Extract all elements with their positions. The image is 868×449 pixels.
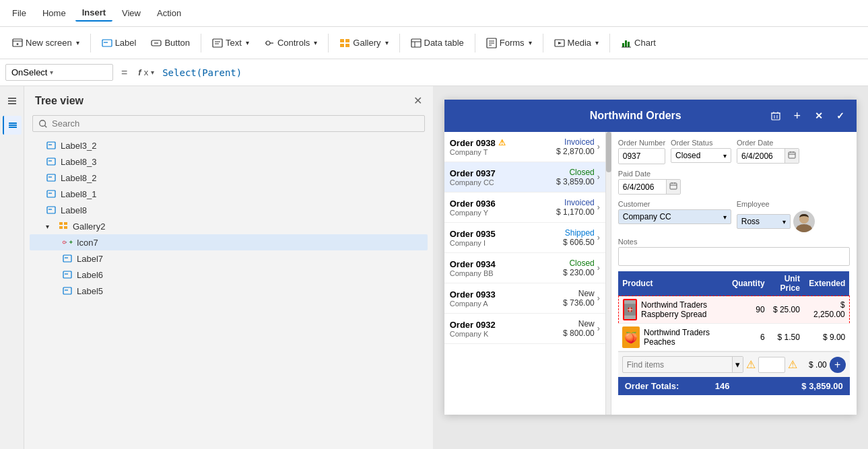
search-input[interactable] xyxy=(52,118,419,129)
order-date-field: Order Date xyxy=(737,139,799,164)
order-chevron: › xyxy=(597,293,600,303)
layers-icon[interactable] xyxy=(3,116,22,135)
new-screen-button[interactable]: New screen ▾ xyxy=(5,35,86,51)
canvas: Northwind Orders + ✕ ✓ xyxy=(433,86,869,449)
tree-panel: Tree view ✕ Label3_2 Label8_3 xyxy=(24,86,433,449)
qty-input[interactable] xyxy=(758,357,785,373)
label-type-icon xyxy=(46,188,57,199)
scrollbar-thumb[interactable] xyxy=(606,132,611,172)
menu-action[interactable]: Action xyxy=(150,5,188,21)
close-button[interactable]: ✕ xyxy=(809,106,828,125)
data-table-icon xyxy=(411,38,422,48)
order-list: Order 0938 ⚠ Company T Invoiced $ 2,870.… xyxy=(444,132,606,415)
hamburger-menu-icon[interactable] xyxy=(3,92,22,110)
property-dropdown[interactable]: OnSelect ▾ xyxy=(5,64,113,81)
toolbar-sep-7 xyxy=(609,34,610,53)
media-button[interactable]: Media ▾ xyxy=(547,35,605,51)
order-status-select[interactable]: Closed ▾ xyxy=(671,148,731,163)
tree-item-label5[interactable]: Label5 xyxy=(30,283,428,299)
tree-item-label6[interactable]: Label6 xyxy=(30,267,428,283)
menu-file[interactable]: File xyxy=(5,5,33,21)
employee-avatar xyxy=(793,211,815,232)
menu-insert[interactable]: Insert xyxy=(75,5,112,22)
data-table-button[interactable]: Data table xyxy=(404,35,471,51)
order-company: Company T xyxy=(450,148,556,156)
tree-item-label8-1[interactable]: Label8_1 xyxy=(30,186,428,202)
warning-icon-2: ⚠ xyxy=(788,358,797,371)
calendar-icon[interactable] xyxy=(784,149,799,163)
order-number: Order 0934 xyxy=(450,259,563,269)
order-item[interactable]: Order 0936 Company Y Invoiced $ 1,170.00… xyxy=(444,193,605,223)
order-right: New $ 800.00 xyxy=(563,319,595,338)
tree-item-gallery2[interactable]: ▾ Gallery2 xyxy=(30,218,428,234)
text-button[interactable]: Text ▾ xyxy=(205,35,256,51)
trash-button[interactable] xyxy=(766,106,785,125)
find-items-chevron[interactable]: ▾ xyxy=(732,357,743,372)
button-button[interactable]: Button xyxy=(144,35,197,51)
forms-button[interactable]: Forms ▾ xyxy=(479,35,539,51)
find-items-input[interactable] xyxy=(623,357,732,372)
chart-button[interactable]: Chart xyxy=(614,35,663,51)
tree-item-icon7[interactable]: + Icon7 xyxy=(30,234,428,250)
menu-home[interactable]: Home xyxy=(36,5,73,21)
tree-item-label7[interactable]: Label7 xyxy=(30,250,428,267)
svg-rect-8 xyxy=(213,39,222,47)
add-button[interactable]: + xyxy=(788,106,807,125)
tree-item-label: Label8 xyxy=(61,205,87,215)
svg-rect-15 xyxy=(345,39,349,42)
order-item[interactable]: Order 0935 Company I Shipped $ 606.50 › xyxy=(444,223,605,253)
tree-item-label: Icon7 xyxy=(77,238,98,248)
sidebar-icons xyxy=(0,86,24,449)
paid-date-text[interactable] xyxy=(619,180,666,194)
tree-item-label8-3[interactable]: Label8_3 xyxy=(30,153,428,170)
order-item[interactable]: Order 0934 Company BB Closed $ 230.00 › xyxy=(444,253,605,283)
extended-cell: $ 2,250.00 xyxy=(804,296,849,324)
controls-button[interactable]: Controls ▾ xyxy=(257,35,324,51)
controls-icon xyxy=(264,38,275,48)
svg-rect-17 xyxy=(345,44,349,47)
button-icon xyxy=(151,38,162,48)
svg-rect-16 xyxy=(340,44,344,47)
gallery-button[interactable]: Gallery ▾ xyxy=(333,35,395,51)
order-number-field: Order Number 0937 xyxy=(618,139,665,164)
expand-icon: ▾ xyxy=(46,223,54,230)
tree-item-label: Label8_1 xyxy=(61,189,97,199)
menu-view[interactable]: View xyxy=(115,5,147,21)
order-date-text[interactable] xyxy=(737,149,784,163)
scrollbar[interactable] xyxy=(606,132,611,415)
employee-select[interactable]: Ross ▾ xyxy=(737,214,791,229)
find-items-select[interactable]: ▾ xyxy=(622,356,743,373)
notes-input[interactable] xyxy=(618,247,850,266)
add-product-button[interactable]: + xyxy=(830,357,846,373)
toolbar-sep-5 xyxy=(475,34,475,53)
order-item[interactable]: Order 0932 Company K New $ 800.00 › xyxy=(444,314,605,344)
paid-date-input[interactable] xyxy=(618,179,681,195)
order-info: Order 0935 Company I xyxy=(450,229,563,247)
order-number-input[interactable]: 0937 xyxy=(618,148,665,164)
customer-select[interactable]: Company CC ▾ xyxy=(618,209,731,224)
label-type-icon xyxy=(46,172,57,183)
svg-rect-39 xyxy=(47,142,55,149)
tree-item-label8[interactable]: Label8 xyxy=(30,202,428,218)
order-item[interactable]: Order 0937 Company CC Closed $ 3,859.00 … xyxy=(444,162,605,193)
formula-input[interactable]: Select(Parent) xyxy=(162,67,863,78)
confirm-button[interactable]: ✓ xyxy=(831,106,850,125)
order-item[interactable]: Order 0933 Company A New $ 736.00 › xyxy=(444,283,605,314)
order-company: Company Y xyxy=(450,209,556,217)
order-status: Closed xyxy=(563,258,595,268)
svg-rect-60 xyxy=(63,287,71,294)
tree-item-label3-2[interactable]: Label3_2 xyxy=(30,137,428,153)
order-item[interactable]: Order 0938 ⚠ Company T Invoiced $ 2,870.… xyxy=(444,132,605,162)
label-button[interactable]: Label xyxy=(95,35,143,51)
svg-rect-72 xyxy=(670,183,677,189)
label-type-icon xyxy=(62,253,73,264)
fx-button[interactable]: fx ▾ xyxy=(135,67,157,77)
tree-close-button[interactable]: ✕ xyxy=(413,94,422,107)
tree-item-label8-2[interactable]: Label8_2 xyxy=(30,170,428,186)
search-icon xyxy=(38,119,48,129)
notes-label: Notes xyxy=(618,238,850,246)
svg-rect-41 xyxy=(47,158,55,165)
paid-calendar-icon[interactable] xyxy=(666,180,680,194)
order-date-input[interactable] xyxy=(737,148,799,164)
svg-rect-36 xyxy=(9,123,17,124)
